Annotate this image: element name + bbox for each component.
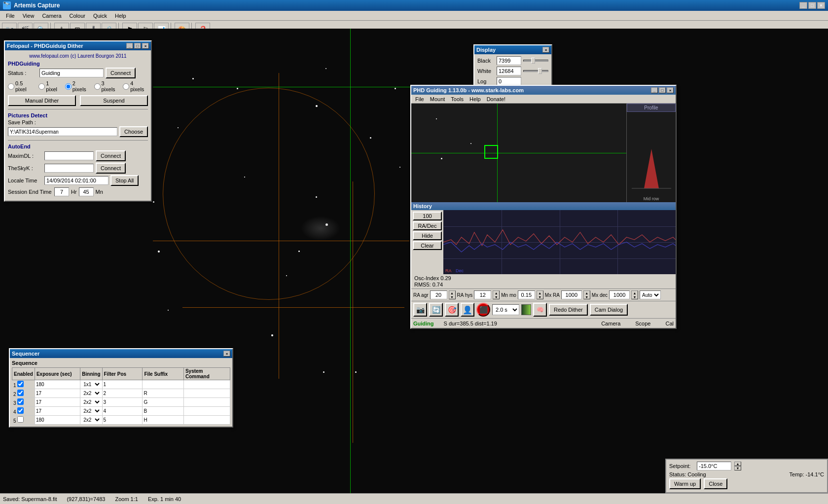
temp-close-btn[interactable]: Close: [704, 478, 727, 489]
seq-row3-exp[interactable]: [35, 398, 80, 407]
seq-row4-exp[interactable]: [35, 407, 80, 416]
cam-dialog-btn[interactable]: Cam Dialog: [590, 304, 628, 316]
setpoint-up[interactable]: ▲: [734, 462, 741, 466]
hist-clear-btn[interactable]: Clear: [413, 241, 442, 250]
ra-agr-up[interactable]: ▲: [449, 291, 455, 295]
seq-row1-cmd[interactable]: [183, 380, 230, 389]
setpoint-input[interactable]: [697, 462, 731, 470]
phd-main-maximize[interactable]: □: [659, 87, 666, 93]
seq-row4-check[interactable]: [17, 407, 24, 414]
sky-input[interactable]: [44, 164, 94, 173]
black-slider-thumb[interactable]: [531, 58, 535, 64]
ra-agr-input[interactable]: [430, 290, 447, 299]
ra-hys-dn[interactable]: ▼: [493, 295, 499, 299]
mn-mo-dn[interactable]: ▼: [537, 295, 543, 299]
hist-radec-btn[interactable]: RA/Dec: [413, 221, 442, 230]
radio-05px[interactable]: 0.5 pixel: [8, 80, 35, 92]
seq-row1-filter[interactable]: [102, 380, 143, 389]
mx-ra-dn[interactable]: ▼: [584, 295, 590, 299]
suspend-button[interactable]: Suspend: [80, 95, 148, 106]
seq-row1-exp[interactable]: [35, 380, 80, 389]
seq-row4-cmd[interactable]: [183, 407, 230, 416]
seq-row5-check[interactable]: [17, 416, 24, 423]
seq-row5-bin[interactable]: 2x21x1: [80, 416, 102, 425]
ra-hys-spin[interactable]: ▲ ▼: [493, 290, 500, 299]
phd-dialog-minimize[interactable]: _: [126, 43, 133, 49]
seq-row2-suffix[interactable]: [143, 389, 184, 398]
menu-file[interactable]: File: [2, 12, 19, 20]
menu-help[interactable]: Help: [111, 12, 130, 20]
seq-row2-cmd[interactable]: [183, 389, 230, 398]
black-input[interactable]: [497, 56, 521, 65]
manual-dither-button[interactable]: Manual Dither: [8, 95, 76, 106]
phd-target-icon-btn[interactable]: 🎯: [445, 303, 459, 317]
phd-menu-donate[interactable]: Donate!: [484, 96, 509, 103]
mx-dec-dn[interactable]: ▼: [632, 295, 638, 299]
seq-row1-suffix[interactable]: [143, 380, 184, 389]
seq-row3-filter[interactable]: [102, 398, 143, 407]
menu-camera[interactable]: Camera: [38, 12, 65, 20]
mx-ra-up[interactable]: ▲: [584, 291, 590, 295]
menu-quick[interactable]: Quick: [89, 12, 111, 20]
phd-stop-btn[interactable]: ⬛: [476, 303, 490, 317]
locale-input[interactable]: [44, 176, 108, 185]
seq-row2-check[interactable]: [17, 390, 24, 396]
seq-row3-check[interactable]: [17, 398, 24, 405]
seq-row5-exp[interactable]: [35, 416, 80, 425]
phd-menu-mount[interactable]: Mount: [427, 96, 448, 103]
mn-mo-up[interactable]: ▲: [537, 291, 543, 295]
white-input[interactable]: [497, 67, 521, 75]
session-mn-input[interactable]: [79, 187, 94, 196]
seq-close[interactable]: ×: [223, 351, 230, 357]
choose-button[interactable]: Choose: [119, 126, 148, 137]
warmup-btn[interactable]: Warm up: [669, 478, 701, 489]
exposure-select[interactable]: 2.0 s: [492, 304, 519, 315]
menu-view[interactable]: View: [19, 12, 38, 20]
stop-all-button[interactable]: Stop All: [110, 175, 139, 186]
white-slider[interactable]: [523, 70, 548, 72]
display-close[interactable]: ×: [542, 47, 549, 53]
seq-row4-bin[interactable]: 2x21x1: [80, 407, 102, 416]
phd-main-close[interactable]: ×: [667, 87, 674, 93]
status-input[interactable]: [39, 69, 104, 77]
seq-row5-suffix[interactable]: [143, 416, 184, 425]
seq-row1-bin[interactable]: 1x12x2: [80, 380, 102, 389]
mx-dec-up[interactable]: ▲: [632, 291, 638, 295]
phd-brain-icon-btn[interactable]: 👤: [461, 303, 474, 317]
sky-connect-button[interactable]: Connect: [96, 163, 126, 174]
mn-mo-spin[interactable]: ▲ ▼: [537, 290, 543, 299]
mn-mo-input[interactable]: [518, 290, 535, 299]
seq-row1-check[interactable]: [17, 381, 24, 387]
radio-3px[interactable]: 3 pixels: [94, 80, 119, 92]
phd-main-minimize[interactable]: _: [651, 87, 658, 93]
maxim-input[interactable]: [44, 151, 94, 160]
ra-hys-up[interactable]: ▲: [493, 291, 499, 295]
seq-row3-bin[interactable]: 2x21x1: [80, 398, 102, 407]
connect-button[interactable]: Connect: [106, 68, 136, 78]
setpoint-spin[interactable]: ▲ ▼: [734, 462, 741, 470]
phd-recalibrate-btn[interactable]: 🧠: [533, 303, 547, 317]
mx-dec-spin[interactable]: ▲ ▼: [631, 290, 638, 299]
seq-row3-suffix[interactable]: [143, 398, 184, 407]
seq-row2-filter[interactable]: [102, 389, 143, 398]
phd-menu-tools[interactable]: Tools: [448, 96, 467, 103]
radio-1px[interactable]: 1 pixel: [38, 80, 61, 92]
mx-dec-input[interactable]: [609, 290, 630, 299]
ra-agr-dn[interactable]: ▼: [449, 295, 455, 299]
save-path-input[interactable]: [8, 127, 117, 136]
seq-row4-filter[interactable]: [102, 407, 143, 416]
auto-select[interactable]: Auto: [640, 290, 661, 299]
setpoint-dn[interactable]: ▼: [734, 466, 741, 470]
phd-scope-btn[interactable]: Scope: [635, 321, 650, 326]
maximize-btn[interactable]: □: [808, 2, 816, 9]
ra-agr-spin[interactable]: ▲ ▼: [449, 290, 456, 299]
hist-hide-btn[interactable]: Hide: [413, 231, 442, 240]
black-slider[interactable]: [523, 60, 548, 62]
seq-row2-bin[interactable]: 2x21x1: [80, 389, 102, 398]
session-hr-input[interactable]: [54, 187, 69, 196]
seq-row4-suffix[interactable]: [143, 407, 184, 416]
seq-row2-exp[interactable]: [35, 389, 80, 398]
phd-dialog-maximize[interactable]: □: [134, 43, 141, 49]
phd-cal-btn[interactable]: Cal: [665, 321, 674, 326]
seq-row5-filter[interactable]: [102, 416, 143, 425]
